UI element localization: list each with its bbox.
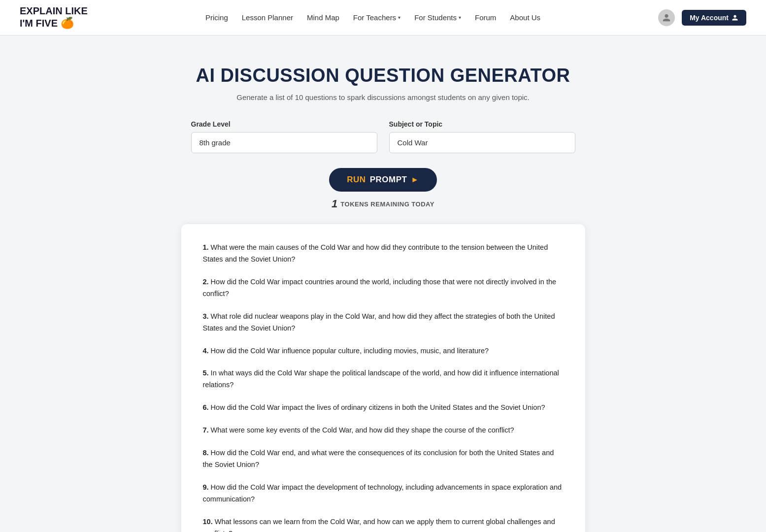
logo[interactable]: EXPLAIN LIKE I'M FIVE 🍊 <box>20 5 88 30</box>
logo-emoji: 🍊 <box>61 17 74 30</box>
grade-level-input[interactable] <box>191 132 377 153</box>
tokens-row: 1 TOKENS REMAINING TODAY <box>332 199 434 209</box>
nav-item-for-teachers[interactable]: For Teachers ▾ <box>353 13 400 22</box>
question-item: 1. What were the main causes of the Cold… <box>203 242 564 266</box>
avatar[interactable] <box>658 9 675 26</box>
question-item: 7. What were some key events of the Cold… <box>203 425 564 436</box>
nav-right: My Account <box>658 9 746 26</box>
run-text: RUN <box>347 175 366 185</box>
my-account-button[interactable]: My Account <box>682 10 746 26</box>
subject-input[interactable] <box>389 132 575 153</box>
page-title: AI DISCUSSION QUESTION GENERATOR <box>196 65 570 86</box>
arrow-right-icon: ► <box>411 175 419 184</box>
nav-link-pricing[interactable]: Pricing <box>205 13 228 22</box>
nav-link-for-teachers: For Teachers <box>353 13 396 22</box>
grade-level-label: Grade Level <box>191 120 377 128</box>
my-account-label: My Account <box>690 14 729 22</box>
grade-level-group: Grade Level <box>191 120 377 153</box>
question-item: 4. How did the Cold War influence popula… <box>203 345 564 357</box>
question-item: 9. How did the Cold War impact the devel… <box>203 482 564 505</box>
logo-text-line1: EXPLAIN LIKE <box>20 5 88 17</box>
nav-item-mind-map[interactable]: Mind Map <box>307 13 339 22</box>
results-card: 1. What were the main causes of the Cold… <box>181 224 585 532</box>
nav-link-for-students: For Students <box>414 13 457 22</box>
user-icon <box>662 13 671 22</box>
question-item: 6. How did the Cold War impact the lives… <box>203 402 564 414</box>
nav-item-for-students[interactable]: For Students ▾ <box>414 13 461 22</box>
nav-item-about-us[interactable]: About Us <box>510 13 540 22</box>
chevron-down-icon: ▾ <box>459 15 461 20</box>
nav-link-mind-map[interactable]: Mind Map <box>307 13 339 22</box>
tokens-number: 1 <box>332 199 337 209</box>
account-icon <box>732 14 738 21</box>
prompt-text: PROMPT <box>370 175 407 185</box>
subject-label: Subject or Topic <box>389 120 575 128</box>
nav-link-lesson-planner[interactable]: Lesson Planner <box>242 13 293 22</box>
chevron-down-icon: ▾ <box>398 15 400 20</box>
page-subtitle: Generate a list of 10 questions to spark… <box>236 93 530 101</box>
nav-item-lesson-planner[interactable]: Lesson Planner <box>242 13 293 22</box>
main-content: AI DISCUSSION QUESTION GENERATOR Generat… <box>0 35 766 532</box>
nav-link-about-us[interactable]: About Us <box>510 13 540 22</box>
nav-item-forum[interactable]: Forum <box>475 13 496 22</box>
question-item: 3. What role did nuclear weapons play in… <box>203 311 564 334</box>
question-item: 5. In what ways did the Cold War shape t… <box>203 367 564 391</box>
nav-item-pricing[interactable]: Pricing <box>205 13 228 22</box>
navbar: EXPLAIN LIKE I'M FIVE 🍊 Pricing Lesson P… <box>0 0 766 35</box>
nav-links: Pricing Lesson Planner Mind Map For Teac… <box>205 13 540 22</box>
logo-text-line2: I'M FIVE <box>20 17 58 29</box>
question-item: 10. What lessons can we learn from the C… <box>203 516 564 532</box>
question-item: 8. How did the Cold War end, and what we… <box>203 447 564 471</box>
tokens-label: TOKENS REMAINING TODAY <box>340 200 434 208</box>
subject-group: Subject or Topic <box>389 120 575 153</box>
nav-link-forum[interactable]: Forum <box>475 13 496 22</box>
run-prompt-button[interactable]: RUN PROMPT ► <box>329 168 436 192</box>
question-item: 2. How did the Cold War impact countries… <box>203 276 564 300</box>
form-container: Grade Level Subject or Topic <box>191 120 575 153</box>
